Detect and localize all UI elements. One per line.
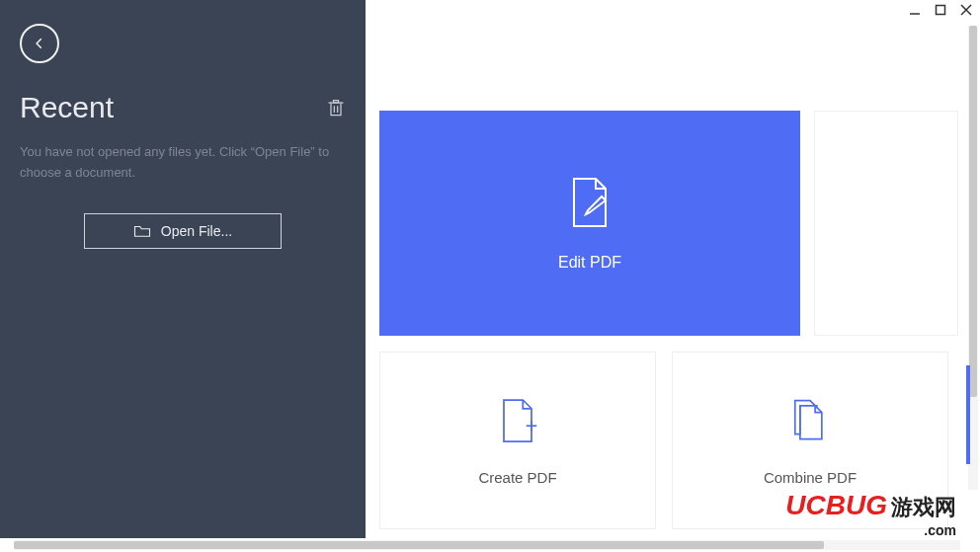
svg-rect-3 bbox=[937, 6, 945, 15]
open-file-label: Open File... bbox=[161, 223, 232, 239]
edit-pdf-card[interactable]: Edit PDF bbox=[379, 111, 800, 336]
recent-title: Recent bbox=[20, 91, 114, 124]
edit-pdf-icon bbox=[565, 175, 614, 230]
create-pdf-card[interactable]: Create PDF bbox=[379, 352, 656, 529]
trash-icon[interactable] bbox=[326, 98, 346, 118]
create-pdf-icon bbox=[497, 396, 538, 445]
horizontal-scrollbar-thumb[interactable] bbox=[14, 541, 824, 549]
recent-header: Recent bbox=[20, 91, 346, 124]
back-button[interactable] bbox=[20, 24, 59, 63]
close-button[interactable] bbox=[958, 2, 974, 18]
side-card[interactable] bbox=[814, 111, 958, 336]
content-area: Edit PDF Create PDF bbox=[366, 26, 966, 536]
horizontal-scrollbar[interactable] bbox=[14, 540, 960, 550]
edit-pdf-label: Edit PDF bbox=[558, 254, 621, 272]
combine-pdf-card[interactable]: Combine PDF bbox=[672, 352, 948, 529]
recent-empty-text: You have not opened any files yet. Click… bbox=[20, 142, 346, 184]
app-window: Recent You have not opened any files yet… bbox=[0, 0, 980, 552]
create-pdf-label: Create PDF bbox=[478, 469, 556, 486]
combine-pdf-icon bbox=[788, 396, 832, 445]
vertical-accent-bar bbox=[966, 365, 970, 464]
maximize-button[interactable] bbox=[933, 2, 948, 18]
chevron-left-icon bbox=[33, 37, 46, 50]
open-file-button[interactable]: Open File... bbox=[84, 213, 282, 249]
window-controls bbox=[907, 2, 974, 18]
minimize-button[interactable] bbox=[907, 2, 923, 18]
main-area: Edit PDF Create PDF bbox=[366, 0, 980, 552]
vertical-scrollbar-thumb[interactable] bbox=[969, 26, 977, 397]
folder-icon bbox=[133, 224, 151, 238]
combine-pdf-label: Combine PDF bbox=[764, 469, 857, 486]
sidebar: Recent You have not opened any files yet… bbox=[0, 0, 366, 538]
